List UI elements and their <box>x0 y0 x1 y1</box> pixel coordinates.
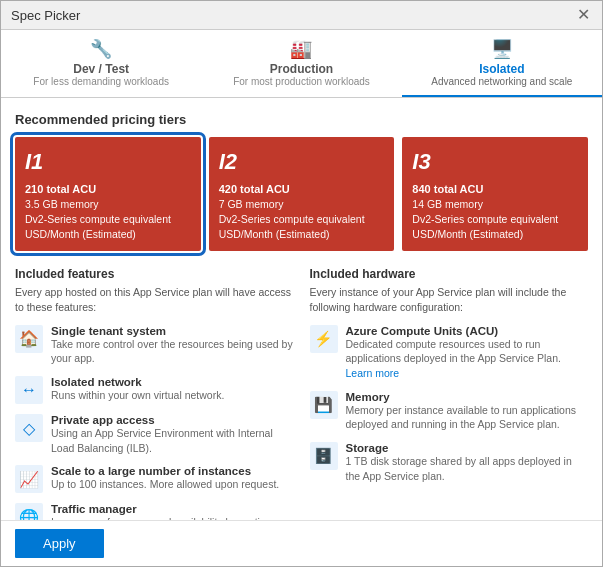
tab-bar: 🔧 Dev / Test For less demanding workload… <box>1 30 602 98</box>
tab-isolated-label: Isolated <box>479 62 524 76</box>
features-hardware-columns: Included features Every app hosted on th… <box>15 267 588 520</box>
title-bar: Spec Picker ✕ <box>1 1 602 30</box>
tier-I2[interactable]: I2 420 total ACU 7 GB memory Dv2-Series … <box>209 137 395 251</box>
tab-dev-test[interactable]: 🔧 Dev / Test For less demanding workload… <box>1 30 201 97</box>
feature-private-app-name: Private app access <box>51 414 294 426</box>
feature-single-tenant-name: Single tenant system <box>51 325 294 337</box>
tab-dev-test-label: Dev / Test <box>73 62 129 76</box>
recommended-section-title: Recommended pricing tiers <box>15 112 588 127</box>
hw-memory-name: Memory <box>346 391 589 403</box>
spec-picker-dialog: Spec Picker ✕ 🔧 Dev / Test For less dema… <box>0 0 603 567</box>
feature-traffic-manager: 🌐 Traffic manager Improve performance an… <box>15 503 294 520</box>
scale-icon: 📈 <box>15 465 43 493</box>
learn-more-link[interactable]: Learn more <box>346 367 400 379</box>
traffic-manager-icon: 🌐 <box>15 503 43 520</box>
feature-isolated-network: ↔ Isolated network Runs within your own … <box>15 376 294 404</box>
tier-I2-acu: 420 total ACU <box>219 182 385 197</box>
tier-I1-detail: Dv2-Series compute equivalent USD/Month … <box>25 212 191 241</box>
tier-I2-detail: Dv2-Series compute equivalent USD/Month … <box>219 212 385 241</box>
apply-button[interactable]: Apply <box>15 529 104 558</box>
acu-icon: ⚡ <box>310 325 338 353</box>
tier-I3-memory: 14 GB memory <box>412 197 578 212</box>
tier-I3-detail: Dv2-Series compute equivalent USD/Month … <box>412 212 578 241</box>
storage-icon: 🗄️ <box>310 442 338 470</box>
feature-scale-name: Scale to a large number of instances <box>51 465 279 477</box>
dialog-title: Spec Picker <box>11 8 80 23</box>
hw-acu-name: Azure Compute Units (ACU) <box>346 325 589 337</box>
hw-storage: 🗄️ Storage 1 TB disk storage shared by a… <box>310 442 589 483</box>
tier-I3[interactable]: I3 840 total ACU 14 GB memory Dv2-Series… <box>402 137 588 251</box>
features-title: Included features <box>15 267 294 281</box>
tab-dev-test-subtitle: For less demanding workloads <box>33 76 169 87</box>
feature-isolated-network-name: Isolated network <box>51 376 224 388</box>
pricing-tiers: I1 210 total ACU 3.5 GB memory Dv2-Serie… <box>15 137 588 251</box>
tab-production[interactable]: 🏭 Production For most production workloa… <box>201 30 401 97</box>
feature-scale-desc: Up to 100 instances. More allowed upon r… <box>51 477 279 492</box>
close-button[interactable]: ✕ <box>575 7 592 23</box>
features-desc: Every app hosted on this App Service pla… <box>15 285 294 314</box>
hw-storage-name: Storage <box>346 442 589 454</box>
memory-icon: 💾 <box>310 391 338 419</box>
tier-I1-acu: 210 total ACU <box>25 182 191 197</box>
single-tenant-icon: 🏠 <box>15 325 43 353</box>
tier-I3-label: I3 <box>412 147 578 178</box>
feature-single-tenant: 🏠 Single tenant system Take more control… <box>15 325 294 366</box>
tier-I1[interactable]: I1 210 total ACU 3.5 GB memory Dv2-Serie… <box>15 137 201 251</box>
hw-acu-desc: Dedicated compute resources used to run … <box>346 337 589 381</box>
hardware-desc: Every instance of your App Service plan … <box>310 285 589 314</box>
wrench-icon: 🔧 <box>90 38 112 60</box>
tab-isolated-subtitle: Advanced networking and scale <box>431 76 572 87</box>
feature-private-app: ◇ Private app access Using an App Servic… <box>15 414 294 455</box>
isolated-icon: 🖥️ <box>491 38 513 60</box>
included-features-col: Included features Every app hosted on th… <box>15 267 294 520</box>
hw-storage-desc: 1 TB disk storage shared by all apps dep… <box>346 454 589 483</box>
hardware-title: Included hardware <box>310 267 589 281</box>
main-content: Recommended pricing tiers I1 210 total A… <box>1 98 602 520</box>
tab-production-subtitle: For most production workloads <box>233 76 370 87</box>
tier-I2-memory: 7 GB memory <box>219 197 385 212</box>
private-app-icon: ◇ <box>15 414 43 442</box>
hw-memory: 💾 Memory Memory per instance available t… <box>310 391 589 432</box>
hw-memory-desc: Memory per instance available to run app… <box>346 403 589 432</box>
tab-isolated[interactable]: 🖥️ Isolated Advanced networking and scal… <box>402 30 602 97</box>
production-icon: 🏭 <box>290 38 312 60</box>
feature-single-tenant-desc: Take more control over the resources bei… <box>51 337 294 366</box>
isolated-network-icon: ↔ <box>15 376 43 404</box>
feature-isolated-network-desc: Runs within your own virtual network. <box>51 388 224 403</box>
included-hardware-col: Included hardware Every instance of your… <box>310 267 589 520</box>
feature-scale: 📈 Scale to a large number of instances U… <box>15 465 294 493</box>
tier-I1-label: I1 <box>25 147 191 178</box>
footer: Apply <box>1 520 602 566</box>
tier-I1-memory: 3.5 GB memory <box>25 197 191 212</box>
hw-acu: ⚡ Azure Compute Units (ACU) Dedicated co… <box>310 325 589 381</box>
tab-production-label: Production <box>270 62 333 76</box>
tier-I3-acu: 840 total ACU <box>412 182 578 197</box>
feature-traffic-manager-name: Traffic manager <box>51 503 294 515</box>
feature-private-app-desc: Using an App Service Environment with In… <box>51 426 294 455</box>
tier-I2-label: I2 <box>219 147 385 178</box>
